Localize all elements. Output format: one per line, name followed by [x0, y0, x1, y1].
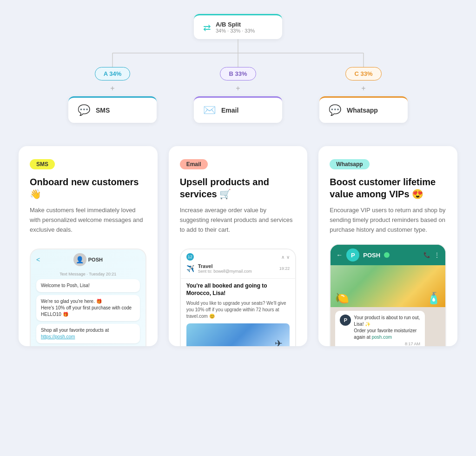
sms-contact-name: POSH: [88, 257, 103, 262]
email-time: 19:22: [279, 266, 290, 271]
email-label: Email: [221, 107, 238, 114]
whatsapp-card-desc: Encourage VIP users to return and shop b…: [330, 206, 446, 235]
email-image: [186, 323, 290, 347]
wa-sender-avatar: P: [340, 315, 351, 326]
sms-bubble-1: Welcome to Posh, Lisa!: [36, 279, 140, 292]
email-card: Email Upsell products and services 🛒 Inc…: [169, 146, 308, 346]
sms-card-desc: Make customers feel immediately loved wi…: [30, 206, 146, 235]
ab-split-title: A/B Split: [216, 21, 255, 28]
email-from: Travel: [198, 263, 252, 269]
email-subject: You're all booked and going to Morocco, …: [186, 282, 290, 297]
email-icon: ✉️: [203, 104, 216, 116]
channel-card-whatsapp: 💬 Whatsapp: [319, 96, 408, 123]
sms-badge: SMS: [30, 159, 55, 169]
whatsapp-card: Whatsapp Boost customer lifetime value a…: [318, 146, 457, 346]
wa-action-icons: 📞 ⋮: [423, 252, 440, 258]
ab-split-text: A/B Split 34% · 33% · 33%: [216, 21, 255, 34]
sms-link: https://posh.com: [41, 334, 75, 339]
email-mockup-body: You're all booked and going to Morocco, …: [181, 279, 296, 346]
branch-a: A 34% + 💬 SMS: [61, 67, 164, 123]
sms-card: SMS Onboard new customers 👋 Make custome…: [19, 146, 158, 346]
email-nav: 12 ∧ ∨: [186, 253, 290, 261]
email-sender-info: Travel Sent to: bowell@mymail.com: [198, 263, 252, 274]
sms-card-title: Onboard new customers 👋: [30, 176, 146, 200]
whatsapp-badge: Whatsapp: [330, 159, 369, 169]
flow-root: ⇄ A/B Split 34% · 33% · 33% A: [61, 14, 415, 123]
sms-label: SMS: [96, 107, 110, 114]
ab-split-subtitle: 34% · 33% · 33%: [216, 28, 255, 34]
email-card-title: Upsell products and services 🛒: [180, 176, 297, 200]
email-mockup-header: 12 ∧ ∨ ✈️ Travel Sent to: bowell@mymail.…: [181, 249, 296, 279]
wa-product-image: [331, 265, 445, 307]
wa-message-bubble: P Your product is about to run out, Lisa…: [335, 311, 425, 346]
branch-c: C 33% + 💬 Whatsapp: [312, 67, 415, 123]
sms-icon: 💬: [78, 104, 90, 116]
branch-c-label: C 33%: [345, 67, 381, 80]
email-body-text: Would you like to upgrade your seats? We…: [186, 300, 290, 320]
ab-split-node: ⇄ A/B Split 34% · 33% · 33%: [194, 14, 282, 39]
cards-section: SMS Onboard new customers 👋 Make custome…: [0, 132, 476, 355]
email-to: Sent to: bowell@mymail.com: [198, 269, 252, 274]
travel-icon: ✈️: [186, 265, 194, 272]
sms-avatar: 👤: [73, 253, 86, 266]
whatsapp-label: Whatsapp: [347, 107, 378, 114]
sms-mockup-header: < 👤 POSH: [31, 249, 145, 270]
whatsapp-phone-mockup: ← P POSH 📞 ⋮ P Your product is about to …: [330, 244, 446, 346]
wa-verified-icon: [384, 252, 390, 258]
wa-back-icon: ←: [336, 251, 343, 259]
ab-split-icon: ⇄: [203, 22, 211, 33]
wa-more-icon: ⋮: [434, 252, 440, 258]
flow-connectors: [61, 39, 415, 67]
wa-posh-link: posh.com: [372, 335, 392, 340]
email-sender-row: ✈️ Travel Sent to: bowell@mymail.com 19:…: [186, 263, 290, 274]
sms-back-icon: <: [36, 256, 40, 263]
whatsapp-icon: 💬: [329, 104, 341, 116]
sms-bubble-2: We're so glad you're here. 🎁Here's 10% o…: [36, 295, 140, 321]
sms-phone-mockup: < 👤 POSH Text Message · Tuesday 20:21 We…: [30, 248, 146, 346]
wa-chat-area: P Your product is about to run out, Lisa…: [331, 307, 445, 346]
branch-b: B 33% + ✉️ Email: [187, 67, 289, 123]
branch-a-label: A 34%: [95, 67, 131, 80]
wa-avatar: P: [346, 248, 359, 262]
email-phone-mockup: 12 ∧ ∨ ✈️ Travel Sent to: bowell@mymail.…: [180, 248, 297, 346]
flow-diagram: ⇄ A/B Split 34% · 33% · 33% A: [0, 0, 476, 132]
wa-message-main: Your product is about to run out, Lisa! …: [354, 315, 420, 327]
sms-timestamp: Text Message · Tuesday 20:21: [36, 272, 140, 276]
whatsapp-card-title: Boost customer lifetime value among VIPs…: [330, 176, 446, 200]
branch-b-plus: +: [236, 84, 240, 93]
branch-b-label: B 33%: [220, 67, 256, 80]
wa-message-time: 8:17 AM: [354, 342, 420, 346]
branch-c-plus: +: [361, 84, 365, 93]
email-back-num: 12: [186, 253, 194, 261]
branch-a-plus: +: [110, 84, 114, 93]
wa-bubble-text: Your product is about to run out, Lisa! …: [354, 315, 420, 341]
wa-brand-name: POSH: [363, 252, 380, 259]
wa-message-content: Your product is about to run out, Lisa! …: [354, 315, 420, 346]
branch-row: A 34% + 💬 SMS B 33% + ✉️ Email C 33% +: [61, 67, 415, 123]
wa-call-icon: 📞: [423, 252, 430, 258]
wa-top-bar: ← P POSH 📞 ⋮: [331, 245, 445, 265]
sms-bubble-3: Shop all your favorite products at https…: [36, 324, 140, 343]
email-card-desc: Increase average order value by suggesti…: [180, 206, 297, 235]
channel-card-email: ✉️ Email: [194, 96, 282, 123]
email-badge: Email: [180, 159, 208, 169]
sms-mockup-body: Text Message · Tuesday 20:21 Welcome to …: [31, 270, 145, 346]
channel-card-sms: 💬 SMS: [68, 96, 157, 123]
sms-name-block: POSH: [88, 257, 103, 262]
